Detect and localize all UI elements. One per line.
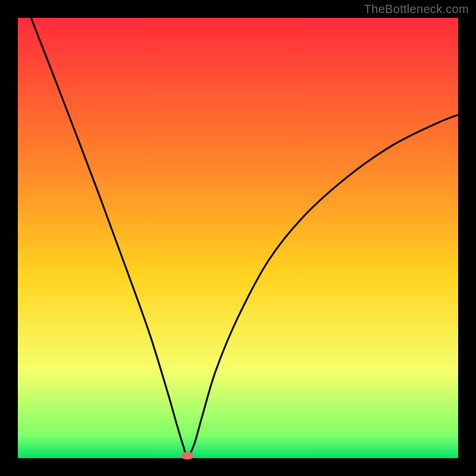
gradient-background (18, 18, 458, 458)
plot-area (18, 18, 458, 458)
chart-frame: TheBottleneck.com (0, 0, 476, 476)
watermark-text: TheBottleneck.com (364, 2, 469, 16)
optimal-point-marker (181, 452, 193, 459)
plot-svg (18, 18, 458, 458)
